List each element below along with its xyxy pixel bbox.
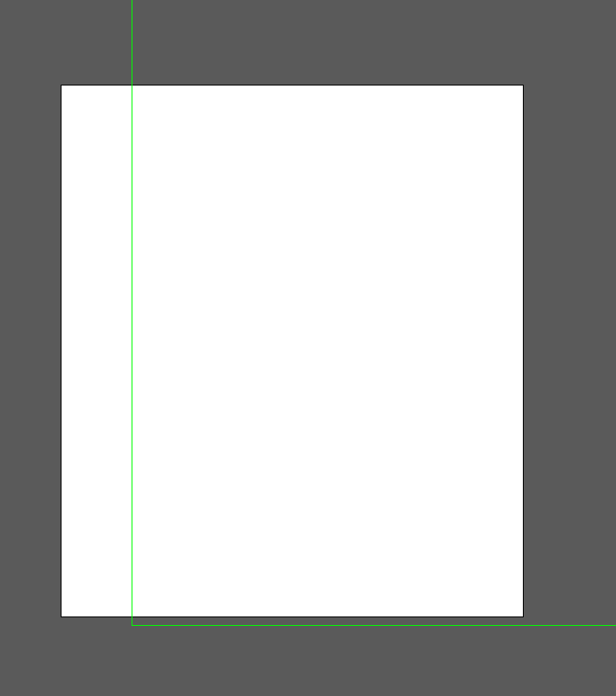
blank-canvas[interactable] (61, 85, 524, 617)
ruler-guide-horizontal[interactable] (132, 625, 616, 626)
